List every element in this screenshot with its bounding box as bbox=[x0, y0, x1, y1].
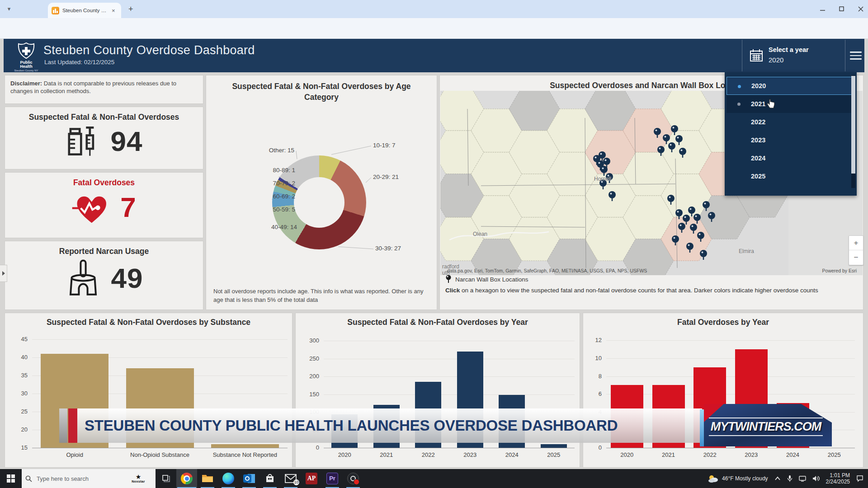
window-minimize-button[interactable] bbox=[820, 6, 826, 12]
y-tick-label: 0 bbox=[296, 444, 319, 451]
menu-icon[interactable] bbox=[850, 52, 862, 61]
stat-card-narcan: Reported Narcan Usage 49 bbox=[5, 241, 203, 310]
chart-gridline bbox=[606, 340, 855, 341]
calendar-icon bbox=[750, 49, 763, 62]
taskbar-app-outlook[interactable] bbox=[239, 469, 259, 488]
taskbar-app-store[interactable] bbox=[259, 469, 280, 488]
fatal-by-year-chart-panel: Fatal Overdoses by Year 1210864202020202… bbox=[583, 313, 863, 468]
network-icon[interactable] bbox=[799, 475, 806, 482]
chart-gridline bbox=[324, 359, 575, 359]
bar-Non-Opioid Substance[interactable] bbox=[126, 368, 194, 448]
donut-label-40-49: 40-49: 14 bbox=[271, 224, 297, 230]
taskbar-search-input[interactable]: Type here to search ★ Nexstar bbox=[22, 469, 156, 488]
microphone-icon[interactable] bbox=[787, 475, 793, 482]
unread-badge: 10 bbox=[293, 479, 299, 485]
map-zoom-in-button[interactable]: + bbox=[849, 236, 863, 250]
stat-value: 49 bbox=[111, 262, 143, 294]
x-category-label: Non-Opioid Substance bbox=[117, 451, 202, 458]
mouse-cursor bbox=[766, 99, 776, 109]
map-legend-help: Click on a hexagon to view the suspected… bbox=[445, 286, 858, 295]
map-city-label: Olean bbox=[473, 231, 487, 237]
narcan-pin-icon bbox=[445, 275, 452, 284]
chart-gridline bbox=[606, 376, 855, 377]
age-donut-panel: Suspected Fatal & Non-Fatal Overdoses by… bbox=[206, 75, 437, 310]
bar-2020[interactable] bbox=[331, 414, 358, 448]
chart-gridline bbox=[324, 430, 575, 431]
taskbar-app-obs[interactable] bbox=[343, 469, 363, 488]
map-zoom-control: + − bbox=[849, 235, 863, 265]
year-option-2021[interactable]: 2021 bbox=[726, 95, 852, 113]
notification-icon[interactable] bbox=[856, 475, 863, 482]
bar-Opioid[interactable] bbox=[41, 354, 108, 448]
overdoses-by-year-chart-panel: Suspected Fatal & Non-Fatal Overdoses by… bbox=[295, 313, 580, 468]
x-category-label: 2025 bbox=[813, 451, 855, 458]
chart-gridline bbox=[606, 448, 855, 448]
tab-list-chevron-icon[interactable]: ▾ bbox=[5, 5, 14, 14]
start-button[interactable] bbox=[0, 469, 22, 488]
screen: ▾ Steuben County Overdose Dashboard × + … bbox=[0, 0, 868, 488]
taskbar-weather[interactable]: 46°F Mostly cloudy bbox=[708, 474, 768, 483]
bar-2021[interactable] bbox=[652, 385, 685, 448]
y-tick-label: 300 bbox=[296, 337, 319, 344]
y-tick-label: 4 bbox=[583, 408, 602, 415]
chart-gridline bbox=[324, 448, 575, 448]
taskbar-app-ap[interactable]: AP bbox=[301, 469, 322, 488]
bar-2020[interactable] bbox=[611, 385, 643, 448]
panel-expand-arrow[interactable] bbox=[0, 265, 7, 282]
heart-pulse-icon bbox=[71, 190, 110, 224]
stat-card-fatal: Fatal Overdoses 7 bbox=[5, 172, 203, 238]
speaker-icon[interactable] bbox=[812, 475, 820, 482]
dashboard-header: Public Health Steuben County NY Steuben … bbox=[4, 39, 864, 72]
x-category-label: 2021 bbox=[648, 451, 689, 458]
map-zoom-out-button[interactable]: − bbox=[849, 250, 863, 264]
bar-2023[interactable] bbox=[735, 349, 768, 448]
bar-2024[interactable] bbox=[499, 395, 525, 448]
bar-2024[interactable] bbox=[777, 403, 809, 448]
taskbar-app-mail[interactable]: 10 bbox=[280, 469, 301, 488]
year-option-2025[interactable]: 2025 bbox=[726, 167, 852, 185]
x-category-label: 2020 bbox=[324, 451, 366, 458]
nexstar-logo: ★ Nexstar bbox=[125, 474, 152, 483]
stat-card-overdoses: Suspected Fatal & Non-Fatal Overdoses 94 bbox=[5, 107, 203, 169]
map-legend-label: Narcan Wall Box Locations bbox=[455, 276, 528, 283]
bar-2023[interactable] bbox=[457, 352, 483, 448]
year-option-2022[interactable]: 2022 bbox=[726, 113, 852, 131]
new-tab-button[interactable]: + bbox=[128, 5, 133, 14]
taskbar-app-chrome[interactable] bbox=[176, 469, 197, 488]
bar-2021[interactable] bbox=[373, 405, 400, 448]
bar-2025[interactable] bbox=[541, 444, 567, 448]
taskbar-clock[interactable]: 1:01 PM 2/24/2025 bbox=[826, 472, 850, 485]
dropdown-scrollbar[interactable] bbox=[851, 75, 855, 188]
bar-Substance Not Reported[interactable] bbox=[211, 444, 279, 448]
hidden-icons-chevron[interactable] bbox=[774, 476, 781, 481]
y-tick-label: 25 bbox=[5, 408, 28, 415]
chart-gridline bbox=[324, 341, 575, 341]
taskbar-app-file-explorer[interactable] bbox=[197, 469, 218, 488]
y-tick-label: 0 bbox=[583, 444, 602, 451]
browser-tab[interactable]: Steuben County Overdose Dashboard × bbox=[48, 3, 121, 18]
window-close-button[interactable] bbox=[858, 6, 863, 12]
year-option-2024[interactable]: 2024 bbox=[726, 149, 852, 167]
dashboard-title: Steuben County Overdose Dashboard bbox=[43, 43, 255, 57]
year-option-2023[interactable]: 2023 bbox=[726, 131, 852, 149]
disclaimer-panel: Disclaimer: Data is not comparable to pr… bbox=[5, 75, 203, 104]
public-health-logo: Public Health Steuben County NY bbox=[14, 42, 39, 72]
x-category-label: Opioid bbox=[32, 451, 117, 458]
y-tick-label: 200 bbox=[296, 373, 319, 380]
chart-title: Suspected Fatal & Non-Fatal Overdoses by… bbox=[296, 318, 580, 327]
donut-label-70-79: 70-79: 2 bbox=[273, 180, 295, 187]
bar-2022[interactable] bbox=[693, 367, 726, 448]
arcgis-favicon-icon bbox=[52, 7, 59, 14]
taskbar-app-task-view[interactable] bbox=[156, 469, 176, 488]
weather-icon bbox=[708, 474, 719, 483]
taskbar-app-edge[interactable] bbox=[218, 469, 239, 488]
year-option-2020[interactable]: 2020 bbox=[726, 77, 852, 95]
x-category-label: 2023 bbox=[449, 451, 491, 458]
taskbar-app-premiere[interactable]: Pr bbox=[322, 469, 343, 488]
bar-2022[interactable] bbox=[415, 382, 441, 448]
year-selector-button[interactable]: Select a year 2020 bbox=[742, 39, 845, 72]
tab-title: Steuben County Overdose Dashboard bbox=[62, 8, 110, 13]
tab-close-icon[interactable]: × bbox=[112, 7, 115, 14]
window-maximize-button[interactable] bbox=[839, 6, 844, 12]
y-tick-label: 250 bbox=[296, 355, 319, 362]
